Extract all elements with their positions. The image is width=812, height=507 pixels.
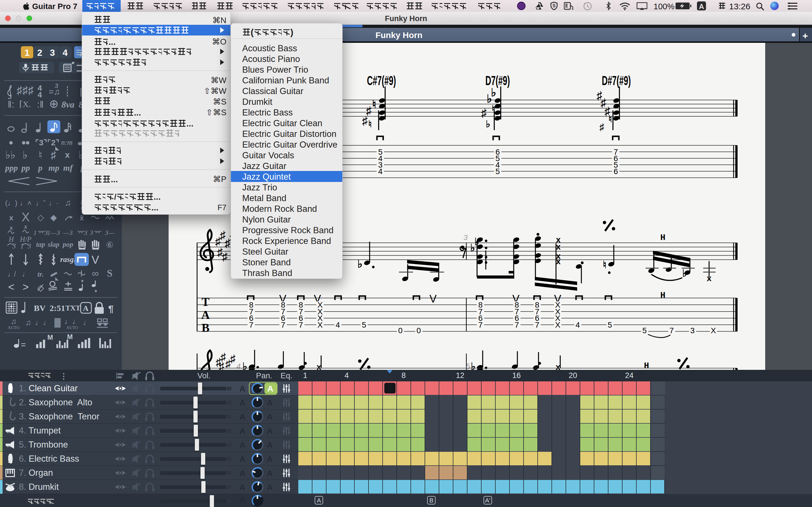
svg-text:♭♭: ♭♭ (5, 149, 15, 161)
svg-text:♮: ♮ (372, 98, 376, 110)
svg-text:X: X (711, 326, 716, 335)
svg-text:♭: ♭ (682, 267, 687, 279)
svg-text:H: H (660, 233, 665, 242)
svg-text:5: 5 (466, 362, 470, 370)
svg-text:7: 7 (515, 321, 519, 329)
svg-text:A: A (239, 496, 246, 505)
svg-text:A: A (267, 483, 273, 492)
svg-text:D7(#9): D7(#9) (485, 73, 510, 88)
svg-text:♩: ♩ (22, 270, 29, 278)
svg-text:┊: ┊ (64, 86, 70, 97)
svg-text:x: x (24, 223, 28, 230)
svg-text:1⌤3: 1⌤3 (33, 229, 48, 236)
svg-text:x̌: x̌ (80, 214, 84, 222)
svg-text:tr.: tr. (38, 270, 44, 278)
svg-text:4: 4 (378, 167, 383, 176)
svg-text:AUTO: AUTO (8, 325, 19, 330)
svg-text:ppp: ppp (4, 163, 18, 172)
svg-text:◆: ◆ (50, 213, 57, 222)
svg-text:=: = (21, 340, 26, 349)
svg-text:1: 1 (24, 48, 30, 58)
svg-text:8va: 8va (61, 100, 74, 110)
svg-text:♩♩: ♩♩ (64, 317, 80, 326)
svg-text:♯: ♯ (362, 114, 368, 127)
svg-text:tap: tap (36, 240, 45, 248)
svg-text:5: 5 (642, 326, 647, 335)
svg-text:slap: slap (47, 240, 59, 248)
svg-text:0: 0 (398, 326, 403, 335)
svg-text:¶: ¶ (108, 303, 114, 314)
svg-text:♭: ♭ (357, 258, 363, 270)
svg-text:4: 4 (63, 48, 68, 58)
svg-text:1—3: 1—3 (47, 229, 60, 236)
svg-text:4: 4 (38, 91, 42, 99)
svg-text:‖:: ‖: (8, 99, 14, 110)
svg-text:7: 7 (281, 321, 285, 329)
svg-text:♯: ♯ (599, 121, 604, 132)
svg-text:3: 3 (463, 233, 468, 242)
svg-text:A: A (267, 384, 273, 393)
svg-text:7: 7 (249, 321, 253, 329)
svg-text:x: x (556, 362, 560, 370)
svg-text:3: 3 (690, 326, 695, 335)
svg-text:X: X (21, 210, 30, 224)
svg-text:H: H (8, 235, 14, 243)
svg-text:4: 4 (236, 362, 241, 370)
svg-text:D#7(#9): D#7(#9) (602, 73, 631, 88)
svg-text:S: S (553, 3, 556, 8)
svg-text:5: 5 (495, 167, 500, 176)
svg-text:3: 3 (50, 48, 55, 58)
svg-text:∞: ∞ (92, 268, 99, 279)
svg-text:A: A (267, 468, 273, 478)
svg-text:3: 3 (12, 242, 16, 250)
svg-text:4: 4 (336, 321, 340, 329)
svg-text:2:51: 2:51 (50, 303, 65, 313)
svg-text:7: 7 (669, 326, 674, 335)
svg-text:♩♩: ♩♩ (35, 318, 51, 327)
svg-text:♫: ♫ (65, 198, 71, 207)
svg-text:1: 1 (20, 242, 24, 250)
svg-text:◇̸: ◇̸ (37, 283, 44, 292)
svg-text:A: A (239, 398, 246, 407)
svg-text:x: x (317, 362, 321, 370)
svg-text:5: 5 (362, 321, 366, 329)
svg-text:♯: ♯ (230, 353, 236, 364)
svg-text:BV: BV (34, 303, 46, 313)
svg-text:*: * (94, 288, 97, 296)
svg-text:S: S (107, 268, 112, 279)
svg-text:♫: ♫ (26, 318, 31, 327)
svg-text:H/P: H/P (20, 235, 31, 243)
svg-text:4: 4 (575, 321, 580, 329)
svg-text:♮: ♮ (38, 149, 42, 161)
svg-text:♭: ♭ (491, 86, 496, 99)
svg-text:<: < (8, 281, 14, 293)
svg-text:♩·: ♩· (49, 199, 59, 207)
svg-text:♭: ♭ (486, 119, 490, 129)
svg-text:♮: ♮ (368, 119, 371, 129)
svg-text:♭: ♭ (471, 360, 476, 370)
svg-text:p: p (38, 163, 43, 172)
svg-text:6: 6 (613, 167, 618, 176)
svg-text:x: x (9, 214, 13, 222)
svg-text:>: > (22, 281, 29, 293)
svg-text:⊕: ⊕ (49, 98, 59, 110)
svg-text:M: M (47, 334, 53, 341)
svg-text:♩ˆ: ♩ˆ (36, 199, 46, 207)
svg-text:AUTO: AUTO (66, 325, 78, 330)
svg-text:3: 3 (55, 82, 58, 89)
svg-text:♩: ♩ (83, 318, 91, 327)
svg-text:⌤3: ⌤3 (76, 229, 87, 236)
svg-text:mp: mp (49, 163, 59, 172)
svg-text:⌈X.: ⌈X. (19, 100, 31, 109)
svg-text:x: x (556, 242, 561, 251)
svg-text:A: A (239, 468, 246, 478)
svg-text:⌜2⌝: ⌜2⌝ (47, 138, 59, 147)
svg-text:A: A (239, 412, 246, 421)
svg-text:A: A (239, 440, 246, 450)
svg-text:A: A (267, 398, 273, 407)
svg-text:⌜3⌝: ⌜3⌝ (35, 138, 47, 147)
svg-text:—3: —3 (63, 229, 72, 236)
svg-text:V: V (429, 293, 437, 305)
svg-text:x: x (9, 224, 13, 231)
svg-text:A: A (239, 454, 246, 464)
